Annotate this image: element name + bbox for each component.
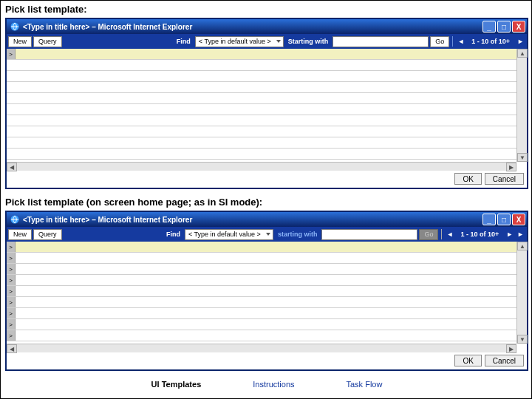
pager-prev[interactable]: ◄ xyxy=(456,38,466,45)
pager-next[interactable]: ► xyxy=(516,38,525,45)
vertical-scrollbar[interactable]: ▲ ▼ xyxy=(516,242,527,344)
scroll-left-icon[interactable]: ◀ xyxy=(7,344,17,353)
table-row[interactable]: > xyxy=(7,330,516,341)
table-row[interactable] xyxy=(7,71,516,82)
starting-with-label: starting with xyxy=(275,231,321,238)
row-expand-icon[interactable]: > xyxy=(7,308,16,318)
go-button[interactable]: Go xyxy=(419,229,438,240)
table-row[interactable] xyxy=(7,104,516,115)
pager-text-1: 1 - 10 of 10+ xyxy=(467,38,514,45)
table-row[interactable] xyxy=(7,60,516,71)
table-row[interactable] xyxy=(7,93,516,104)
table-row[interactable]: > xyxy=(7,242,516,253)
table-row[interactable]: > xyxy=(7,308,516,319)
vertical-scrollbar[interactable]: ▲ ▼ xyxy=(516,49,527,162)
table-row[interactable] xyxy=(7,115,516,126)
table-row[interactable] xyxy=(7,126,516,137)
ok-button[interactable]: OK xyxy=(454,355,481,366)
query-button[interactable]: Query xyxy=(33,36,62,47)
toolbar-2: New Query Find < Type in default value >… xyxy=(7,227,527,242)
pager-text-2: 1 - 10 of 10+ xyxy=(456,231,503,238)
find-label: Find xyxy=(174,38,194,45)
minimize-button[interactable]: _ xyxy=(482,214,496,225)
scroll-up-icon[interactable]: ▲ xyxy=(517,242,528,250)
row-expand-icon[interactable]: > xyxy=(7,264,16,274)
window-title-1: <Type in title here> – Microsoft Interne… xyxy=(23,23,192,31)
footer-tabs: UI Templates Instructions Task Flow xyxy=(1,375,532,391)
ok-button[interactable]: OK xyxy=(454,173,481,185)
cancel-button[interactable]: Cancel xyxy=(485,173,524,185)
scroll-left-icon[interactable]: ◀ xyxy=(7,163,17,171)
row-expand-icon[interactable]: > xyxy=(7,49,16,59)
pick-list-window-1: <Type in title here> – Microsoft Interne… xyxy=(5,18,528,189)
find-field-dropdown[interactable]: < Type in default value > xyxy=(185,229,273,240)
new-button[interactable]: New xyxy=(8,229,32,240)
dialog-buttons-1: OK Cancel xyxy=(7,171,527,188)
scroll-down-icon[interactable]: ▼ xyxy=(517,335,528,344)
find-field-dropdown[interactable]: < Type in default value > xyxy=(195,36,284,47)
close-button[interactable]: X xyxy=(512,21,525,33)
row-expand-icon[interactable]: > xyxy=(7,286,16,296)
row-expand-icon[interactable]: > xyxy=(7,275,16,285)
pick-list-window-2: <Type in title here> – Microsoft Interne… xyxy=(5,211,528,371)
table-row[interactable]: > xyxy=(7,49,516,60)
search-input[interactable] xyxy=(321,229,417,240)
pager-last[interactable]: ► xyxy=(516,231,525,238)
scroll-right-icon[interactable]: ▶ xyxy=(506,344,516,353)
horizontal-scrollbar[interactable]: ◀ ▶ xyxy=(7,344,516,352)
pager-prev[interactable]: ◄ xyxy=(445,231,454,238)
footer-tab-task-flow[interactable]: Task Flow xyxy=(347,380,383,389)
footer-tab-instructions[interactable]: Instructions xyxy=(253,380,294,389)
scroll-right-icon[interactable]: ▶ xyxy=(506,163,516,171)
table-row[interactable] xyxy=(7,137,516,149)
section1-heading: Pick list template: xyxy=(1,1,532,18)
data-grid-2: > > > > > > > > > ▲ ▼ ◀ ▶ xyxy=(7,242,527,352)
new-button[interactable]: New xyxy=(8,36,32,47)
titlebar-1: <Type in title here> – Microsoft Interne… xyxy=(7,19,527,34)
table-row[interactable] xyxy=(7,82,516,93)
table-row[interactable]: > xyxy=(7,253,516,264)
window-title-2: <Type in title here> – Microsoft Interne… xyxy=(23,216,192,224)
horizontal-scrollbar[interactable]: ◀ ▶ xyxy=(7,162,516,171)
row-expand-icon[interactable]: > xyxy=(7,319,16,330)
data-grid-1: > ▲ ▼ ◀ ▶ xyxy=(7,49,527,171)
table-row[interactable]: > xyxy=(7,275,516,286)
search-input[interactable] xyxy=(332,36,429,47)
row-expand-icon[interactable]: > xyxy=(7,330,16,341)
ie-icon xyxy=(10,214,20,225)
toolbar-1: New Query Find < Type in default value >… xyxy=(7,34,527,49)
maximize-button[interactable]: □ xyxy=(497,21,511,33)
section2-heading: Pick list template (on screen home page;… xyxy=(1,194,532,211)
table-row[interactable]: > xyxy=(7,297,516,308)
dialog-buttons-2: OK Cancel xyxy=(7,352,527,369)
row-expand-icon[interactable]: > xyxy=(7,253,16,263)
scroll-down-icon[interactable]: ▼ xyxy=(517,153,528,162)
minimize-button[interactable]: _ xyxy=(482,21,496,33)
row-expand-icon[interactable]: > xyxy=(7,242,16,252)
scroll-up-icon[interactable]: ▲ xyxy=(517,49,528,58)
ie-icon xyxy=(10,21,20,32)
table-row[interactable] xyxy=(7,149,516,160)
query-button[interactable]: Query xyxy=(33,229,62,240)
close-button[interactable]: X xyxy=(512,214,525,225)
table-row[interactable]: > xyxy=(7,286,516,297)
maximize-button[interactable]: □ xyxy=(497,214,511,225)
table-row[interactable]: > xyxy=(7,319,516,330)
row-expand-icon[interactable]: > xyxy=(7,297,16,307)
footer-tab-ui-templates[interactable]: UI Templates xyxy=(151,380,202,389)
find-label: Find xyxy=(163,231,183,238)
starting-with-label: Starting with xyxy=(285,38,332,45)
pager-next[interactable]: ► xyxy=(505,231,514,238)
cancel-button[interactable]: Cancel xyxy=(485,355,524,366)
go-button[interactable]: Go xyxy=(430,36,449,47)
table-row[interactable]: > xyxy=(7,264,516,275)
titlebar-2: <Type in title here> – Microsoft Interne… xyxy=(7,212,527,227)
